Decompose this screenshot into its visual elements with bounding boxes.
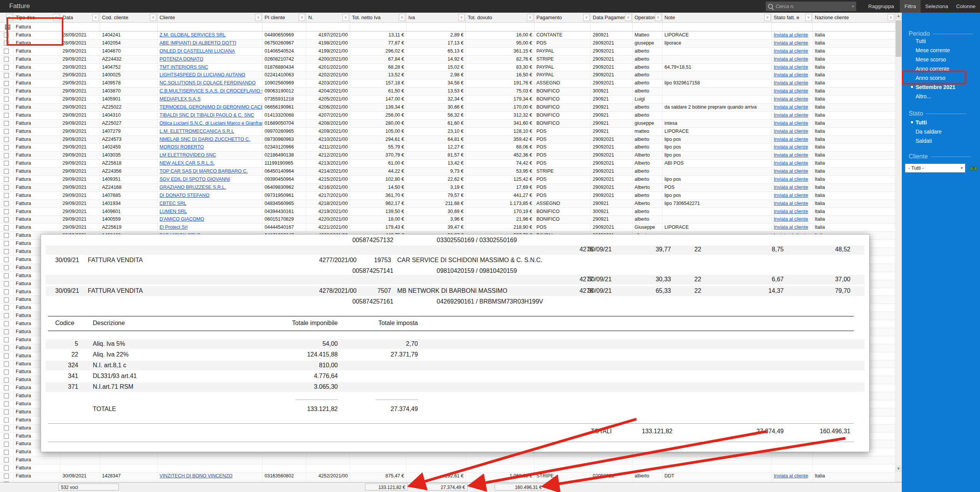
row-checkbox[interactable] xyxy=(4,177,9,182)
table-row[interactable]: Fattura 29/09/2021 1400025 LIGHTS4SPEED … xyxy=(0,71,895,79)
row-checkbox[interactable] xyxy=(4,257,9,262)
row-checkbox[interactable] xyxy=(4,89,9,94)
row-checkbox[interactable] xyxy=(4,217,9,222)
table-row[interactable]: Fattura 28/09/2021 1402054 ABE IMPIANTI … xyxy=(0,40,895,48)
row-checkbox[interactable] xyxy=(4,113,9,118)
row-checkbox[interactable] xyxy=(4,209,9,214)
row-checkbox[interactable] xyxy=(4,409,9,414)
sidebar-item-anno-scorso[interactable]: Anno scorso xyxy=(916,75,945,81)
vertical-scrollbar[interactable]: ▲ ▼ xyxy=(895,13,902,482)
row-checkbox[interactable] xyxy=(4,442,9,447)
cliente-link[interactable]: TMT INTERIORS SNC xyxy=(159,64,208,70)
row-checkbox[interactable] xyxy=(4,378,9,383)
stato-fatt-link[interactable]: Inviata al cliente xyxy=(774,201,808,206)
table-row[interactable]: Fattura 29/09/2021 1403035 LM ELETTROVID… xyxy=(0,152,895,160)
cliente-link[interactable]: CBTEC SRL xyxy=(159,201,186,206)
table-row[interactable]: Fattura 29/09/2021 AZ24356 TOP CAR SAS D… xyxy=(0,168,895,176)
column-filter-icon[interactable]: ∨ xyxy=(527,14,533,21)
table-row[interactable]: Fattura 29/09/2021 AZ25027 Ottica Lucian… xyxy=(0,120,895,128)
stato-fatt-link[interactable]: Inviata al cliente xyxy=(774,144,808,150)
stato-fatt-link[interactable]: Inviata al cliente xyxy=(774,225,808,230)
stato-fatt-link[interactable]: Inviata al cliente xyxy=(774,80,808,86)
stato-fatt-link[interactable]: Inviata al cliente xyxy=(774,129,808,134)
filter-cell[interactable] xyxy=(591,23,633,31)
column-filter-icon[interactable]: ∨ xyxy=(255,14,261,21)
sidebar-item-da-saldare[interactable]: Da saldare xyxy=(916,129,942,135)
stato-fatt-link[interactable]: Inviata al cliente xyxy=(774,152,808,158)
row-checkbox[interactable] xyxy=(4,153,9,158)
stato-fatt-link[interactable]: Inviata al cliente xyxy=(774,473,808,479)
filter-cell[interactable] xyxy=(813,23,895,31)
filter-cell[interactable] xyxy=(466,23,534,31)
column-filter-icon[interactable]: ∨ xyxy=(764,14,771,21)
row-checkbox[interactable] xyxy=(4,281,9,286)
sidebar-item-mese-scorso[interactable]: Mese scorso xyxy=(916,56,946,63)
row-checkbox[interactable] xyxy=(4,241,9,246)
table-row[interactable]: Fattura 30/09/2021 1428347 VINZITECH DI … xyxy=(0,472,895,480)
column-header-select[interactable]: ∨ xyxy=(0,13,14,22)
cliente-link[interactable]: DI DONATO STEFANO xyxy=(159,193,209,198)
row-checkbox[interactable] xyxy=(4,97,9,102)
filter-cell-tipo[interactable]: Fattura xyxy=(14,23,61,31)
stato-fatt-link[interactable]: Inviata al cliente xyxy=(774,96,808,102)
column-filter-icon[interactable]: ∨ xyxy=(92,14,99,21)
table-row[interactable]: Fattura 29/09/2021 AZ24168 GRAZIANO BRUZ… xyxy=(0,184,895,192)
column-header-Operatore[interactable]: Operatore∨ xyxy=(633,13,663,22)
cliente-link[interactable]: L.M. ELETTROMECCANICA S.R.L xyxy=(159,129,234,134)
column-filter-icon[interactable]: ∨ xyxy=(805,14,812,21)
sidebar-item-saldati[interactable]: Saldati xyxy=(916,138,932,144)
sidebar-item-stato-tutti[interactable]: Tutti xyxy=(916,119,927,125)
stato-fatt-link[interactable]: Inviata al cliente xyxy=(774,177,808,182)
row-checkbox[interactable] xyxy=(4,161,9,166)
stato-fatt-link[interactable]: Inviata al cliente xyxy=(774,112,808,118)
row-checkbox[interactable] xyxy=(4,49,9,54)
sidebar-item-mese-corrente[interactable]: Mese corrente xyxy=(916,47,950,53)
row-checkbox[interactable] xyxy=(4,265,9,270)
table-row[interactable]: Fattura 28/09/2021 1404241 Z.M. GLOBAL S… xyxy=(0,31,895,40)
stato-fatt-link[interactable]: Inviata al cliente xyxy=(774,209,808,214)
row-checkbox[interactable] xyxy=(4,418,9,423)
column-filter-icon[interactable]: ∨ xyxy=(53,14,59,21)
row-checkbox[interactable] xyxy=(4,401,9,406)
filter-cell[interactable] xyxy=(406,23,466,31)
row-checkbox[interactable] xyxy=(4,426,9,431)
column-filter-icon[interactable]: ∨ xyxy=(583,14,590,21)
cliente-link[interactable]: MEDIAPLEX S.A.S xyxy=(159,96,201,102)
sidebar-item-altro[interactable]: Altro... xyxy=(916,93,931,99)
row-checkbox[interactable] xyxy=(4,233,9,238)
column-filter-icon[interactable]: ∨ xyxy=(655,14,661,21)
cliente-link[interactable]: MOROSI ROBERTO xyxy=(159,144,204,150)
table-row[interactable]: Fattura 29/09/2021 1404310 TIBALDI SNC D… xyxy=(0,112,895,120)
stato-fatt-link[interactable]: Inviata al cliente xyxy=(774,40,808,46)
filtra-button[interactable]: Filtra xyxy=(900,0,921,13)
cliente-link[interactable]: GRAZIANO BRUZZESE S.R.L. xyxy=(159,185,226,190)
filter-cell[interactable] xyxy=(100,23,158,31)
filter-cell[interactable] xyxy=(158,23,263,31)
table-row[interactable]: Fattura 29/09/2021 AZ24573 NMELAB SNC DI… xyxy=(0,136,895,144)
table-row[interactable]: Fattura 29/09/2021 AZ25618 NEW ALEX CAR … xyxy=(0,160,895,168)
search-dropdown-icon[interactable]: ▾ xyxy=(852,4,854,8)
stato-fatt-link[interactable]: Inviata al cliente xyxy=(774,72,808,78)
filter-cell[interactable] xyxy=(772,23,813,31)
stato-fatt-link[interactable]: Inviata al cliente xyxy=(774,32,808,38)
stato-fatt-link[interactable]: Inviata al cliente xyxy=(774,56,808,62)
column-header-Stato fatt. e[interactable]: Stato fatt. e∨ xyxy=(772,13,813,22)
row-checkbox[interactable] xyxy=(4,225,9,230)
filter-cell[interactable] xyxy=(633,23,663,31)
row-checkbox[interactable] xyxy=(4,385,9,390)
row-checkbox[interactable] xyxy=(4,129,9,134)
row-checkbox[interactable] xyxy=(4,321,9,326)
cliente-link[interactable]: ONLED DI CASTELLANI LUCIANA xyxy=(159,48,235,54)
table-row[interactable]: Fattura 29/09/2021 AZ25022 TERMOEDIL GER… xyxy=(0,104,895,112)
cliente-link[interactable]: LM ELETTROVIDEO SNC xyxy=(159,152,216,158)
row-checkbox[interactable] xyxy=(4,353,9,358)
table-row[interactable]: Fattura 29/09/2021 1409578 NC.SOLUTIONS … xyxy=(0,79,895,88)
stato-fatt-link[interactable]: Inviata al cliente xyxy=(774,121,808,126)
table-row[interactable]: Fattura 29/09/2021 1409351 SGV EDIL DI S… xyxy=(0,176,895,184)
raggruppa-button[interactable]: Raggruppa xyxy=(863,0,899,13)
table-row[interactable]: Fattura 29/09/2021 1407279 L.M. ELETTROM… xyxy=(0,128,895,136)
table-row[interactable]: Fattura 29/09/2021 1407685 DI DONATO STE… xyxy=(0,192,895,200)
filter-cell[interactable] xyxy=(306,23,350,31)
stato-fatt-link[interactable]: Inviata al cliente xyxy=(774,160,808,166)
row-checkbox[interactable] xyxy=(4,370,9,375)
